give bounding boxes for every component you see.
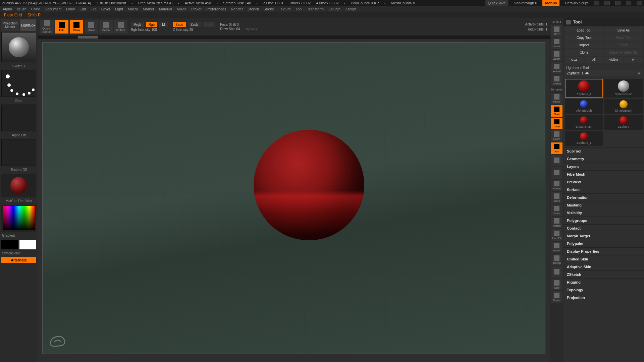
menu-material[interactable]: Material: [159, 7, 172, 11]
section-topology[interactable]: Topology: [564, 286, 644, 294]
rgb-intensity-slider[interactable]: Rgb Intensity 100: [131, 28, 157, 32]
viewport-lsym-button[interactable]: LSym: [551, 130, 562, 141]
menu-light[interactable]: Light: [115, 7, 123, 11]
menu-alpha[interactable]: Alpha: [3, 7, 12, 11]
scale-button[interactable]: Scale: [99, 20, 113, 34]
gradient-label[interactable]: Gradient: [1, 233, 36, 238]
minimize-icon[interactable]: [604, 1, 610, 5]
lightbox-tools-link[interactable]: Lightbox > Tools: [565, 65, 643, 70]
make-polymesh-button[interactable]: Make PolyMesh3D: [604, 49, 643, 56]
section-masking[interactable]: Masking: [564, 201, 644, 209]
secondary-color-swatch[interactable]: [1, 240, 18, 249]
viewport-floor-button[interactable]: Floor: [551, 105, 562, 117]
shelf-scrollbar[interactable]: [38, 36, 550, 39]
viewport-aahalf-button[interactable]: AAHalf: [551, 75, 562, 86]
tool-thumb-zsphere_1[interactable]: ZSphere_1: [565, 79, 603, 98]
viewport[interactable]: [42, 42, 545, 354]
alpha-slot[interactable]: [1, 105, 36, 131]
spix-label[interactable]: SPix 3: [552, 19, 561, 24]
seethrough-slider[interactable]: See-through 0: [514, 1, 537, 5]
goz-button[interactable]: GoZ: [565, 57, 584, 63]
move-button[interactable]: Move: [85, 20, 98, 34]
menu-document[interactable]: Document: [45, 7, 61, 11]
rgb-toggle[interactable]: Rgb: [146, 22, 157, 27]
quicksketch-button[interactable]: Quick Sketch: [40, 20, 54, 34]
menu-file[interactable]: File: [91, 7, 97, 11]
viewport-btn10-button[interactable]: [551, 155, 562, 166]
section-adaptive-skin[interactable]: Adaptive Skin: [564, 263, 644, 270]
alternate-button[interactable]: Alternate: [1, 257, 36, 263]
menu-layer[interactable]: Layer: [101, 7, 111, 11]
viewport-btn19-button[interactable]: [551, 266, 562, 278]
viewport-scroll-button[interactable]: Scroll: [551, 38, 562, 49]
z-intensity-slider[interactable]: Z Intensity 25: [173, 28, 193, 32]
viewport-xyz-button[interactable]: Xyz: [551, 142, 562, 154]
viewport-local-button[interactable]: Local: [551, 118, 562, 129]
tool-thumb-zsphere_1[interactable]: ZSphere_1: [565, 131, 603, 146]
clone-button[interactable]: Clone: [565, 49, 603, 56]
viewport-persp-button[interactable]: Persp: [551, 93, 562, 104]
export-button[interactable]: Export: [604, 42, 643, 48]
focal-shift-slider[interactable]: Focal Shift 0: [220, 23, 239, 26]
section-display-properties[interactable]: Display Properties: [564, 247, 644, 255]
m-toggle[interactable]: M: [159, 22, 167, 27]
section-surface[interactable]: Surface: [564, 186, 644, 193]
section-visibility[interactable]: Visibility: [564, 209, 644, 217]
menu-zplugin[interactable]: Zplugin: [328, 7, 340, 11]
menu-edit[interactable]: Edit: [79, 7, 86, 11]
viewport-transp-button[interactable]: Transp: [551, 254, 562, 265]
paste-tool-button[interactable]: Paste Tool: [604, 35, 643, 41]
viewport-frame-button[interactable]: Frame: [551, 180, 562, 191]
viewport-bpr-button[interactable]: BPR: [551, 25, 562, 37]
stroke-preview[interactable]: [1, 70, 36, 97]
zsub-toggle[interactable]: Zsub: [188, 22, 201, 27]
projection-master-button[interactable]: Projection Master: [1, 19, 19, 31]
menu-color[interactable]: Color: [31, 7, 40, 11]
lightbox-button[interactable]: LightBox: [20, 19, 36, 31]
viewport-move-button[interactable]: Move: [551, 192, 562, 203]
quicksave-button[interactable]: QuickSave: [485, 0, 508, 6]
goz-visible-button[interactable]: Visible: [604, 57, 623, 63]
section-subtool[interactable]: SubTool: [564, 147, 644, 155]
tool-thumb-alphabrush[interactable]: AlphaBrush: [565, 99, 603, 114]
menu-brush[interactable]: Brush: [17, 7, 26, 11]
menu-movie[interactable]: Movie: [177, 7, 186, 11]
tool-r-button[interactable]: R: [635, 70, 643, 76]
tool-thumb-spherebrush[interactable]: SphereBrush: [604, 79, 643, 98]
edit-button[interactable]: Edit: [55, 20, 68, 34]
menu-picker[interactable]: Picker: [191, 7, 202, 11]
sketch-preview[interactable]: [1, 32, 36, 62]
maximize-icon[interactable]: [626, 1, 631, 5]
menu-stroke[interactable]: Stroke: [263, 7, 274, 11]
import-button[interactable]: Import: [565, 42, 603, 48]
section-polygroups[interactable]: Polygroups: [564, 217, 644, 224]
zsphere-object[interactable]: [254, 130, 364, 240]
menu-tool[interactable]: Tool: [296, 7, 302, 11]
copy-tool-button[interactable]: Copy Tool: [565, 35, 603, 41]
viewport-zoom-button[interactable]: Zoom: [551, 50, 562, 61]
menu-macro[interactable]: Macro: [128, 7, 138, 11]
section-fibermesh[interactable]: FiberMesh: [564, 170, 644, 178]
zcut-toggle[interactable]: Zcut: [203, 22, 215, 27]
section-unified-skin[interactable]: Unified Skin: [564, 255, 644, 263]
section-polypaint[interactable]: Polypaint: [564, 240, 644, 247]
menu-preferences[interactable]: Preferences: [206, 7, 226, 11]
viewport-polyf-button[interactable]: PolyF: [551, 242, 562, 253]
zadd-toggle[interactable]: Zadd: [173, 22, 186, 27]
tool-thumb-simplebrush[interactable]: SimpleBrush: [604, 99, 643, 114]
section-layers[interactable]: Layers: [564, 163, 644, 170]
save-as-button[interactable]: Save As: [604, 27, 643, 34]
primary-color-swatch[interactable]: [19, 240, 36, 249]
viewport-solo-button[interactable]: Solo: [551, 279, 562, 290]
menu-zscript[interactable]: Zscript: [345, 7, 356, 11]
menu-draw[interactable]: Draw: [66, 7, 75, 11]
menu-stencil[interactable]: Stencil: [248, 7, 259, 11]
color-picker[interactable]: [1, 205, 36, 232]
viewport-xpose-button[interactable]: Xpose: [551, 291, 562, 303]
viewport-line-fill-button[interactable]: Line Fill: [551, 229, 562, 241]
viewport-rotate-button[interactable]: Rotate: [551, 217, 562, 228]
section-deformation[interactable]: Deformation: [564, 193, 644, 201]
tool-thumb-zsphere[interactable]: ZSphere: [604, 115, 643, 130]
menu-marker[interactable]: Marker: [143, 7, 154, 11]
close-icon[interactable]: [637, 1, 642, 5]
